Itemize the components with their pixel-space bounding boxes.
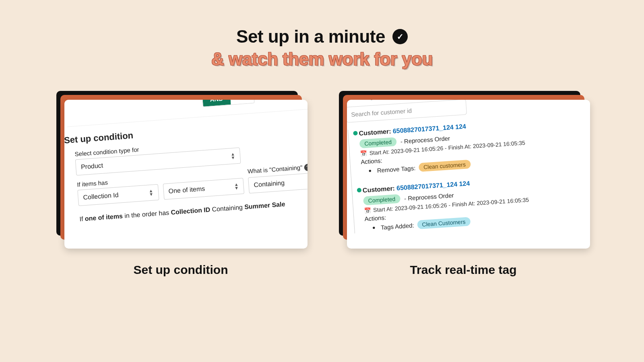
chevron-updown-icon: ▲▼	[149, 189, 153, 197]
customer-search-input[interactable]: Search for customer id	[347, 100, 467, 123]
left-caption: Set up condition	[54, 263, 308, 277]
right-panel: Add Tags To Customer ( 2 customers) Sear…	[336, 97, 590, 277]
timeline-dot-icon	[357, 188, 362, 193]
timeline-entry: Customer: 6508827017371_124 124 Complete…	[359, 169, 590, 233]
status-badge: Completed	[363, 194, 400, 206]
chevron-updown-icon: ▲▼	[234, 183, 239, 190]
timeline-dot-icon	[353, 131, 358, 136]
headline-line-1: Set up in a minute	[236, 27, 385, 47]
action-text: Tags Added:	[381, 222, 415, 230]
status-note: - Reprocess Order	[404, 191, 454, 202]
if-items-has-select[interactable]: Collection Id ▲▼	[77, 184, 159, 206]
condition-combine-toggle[interactable]: AND OR	[202, 100, 254, 107]
timeline-entry: Customer: 6508827017371_124 124 Complete…	[355, 112, 590, 176]
or-button[interactable]: OR	[230, 100, 254, 105]
headline-line-2: & watch them work for you	[0, 49, 644, 69]
tag-pill: Clean customers	[418, 160, 471, 172]
chevron-updown-icon: ▲▼	[231, 152, 235, 160]
customer-id-link[interactable]: 6508827017371_124 124	[392, 123, 466, 134]
calendar-icon: 📅	[364, 207, 371, 214]
right-title: Add Tags To Customer ( 2 customers)	[347, 100, 590, 102]
activity-timeline: Customer: 6508827017371_124 124 Complete…	[348, 112, 590, 234]
and-button[interactable]: AND	[202, 100, 231, 107]
help-icon[interactable]: ?	[304, 164, 308, 171]
customer-label: Customer:	[359, 128, 393, 137]
calendar-icon: 📅	[360, 150, 367, 157]
left-panel: et you select the type of condition comu…	[54, 97, 308, 277]
tag-pill: Clean Customers	[417, 217, 471, 229]
right-caption: Track real-time tag	[336, 263, 590, 277]
right-card: Add Tags To Customer ( 2 customers) Sear…	[347, 100, 590, 249]
operator-value: Containing	[254, 179, 285, 189]
quantifier-value: One of items	[168, 185, 205, 195]
condition-type-value: Product	[80, 162, 103, 171]
check-icon: ✓	[392, 29, 408, 44]
left-card: et you select the type of condition comu…	[64, 100, 308, 249]
status-badge: Completed	[359, 137, 397, 148]
customer-label: Customer:	[362, 185, 396, 194]
customer-id-link[interactable]: 6508827017371_124 124	[396, 180, 470, 191]
action-text: Remove Tags:	[377, 164, 416, 173]
if-items-has-value: Collection Id	[83, 191, 119, 201]
quantifier-select[interactable]: One of items ▲▼	[163, 178, 244, 200]
status-note: - Reprocess Order	[400, 135, 450, 145]
